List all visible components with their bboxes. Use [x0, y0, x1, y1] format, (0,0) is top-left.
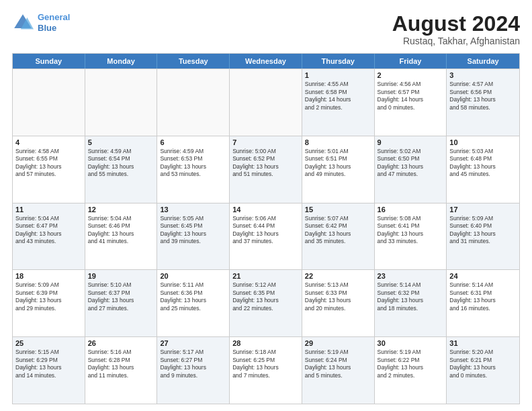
table-row: 21Sunrise: 5:12 AM Sunset: 6:35 PM Dayli…: [230, 270, 302, 336]
logo-line1: General: [38, 12, 70, 22]
table-row: 17Sunrise: 5:09 AM Sunset: 6:40 PM Dayli…: [447, 203, 519, 270]
cell-info: Sunrise: 5:09 AM Sunset: 6:40 PM Dayligh…: [449, 215, 517, 246]
logo: General Blue: [12, 12, 70, 34]
weekday-friday: Friday: [375, 54, 447, 68]
day-number: 27: [160, 339, 226, 347]
table-row: 16Sunrise: 5:08 AM Sunset: 6:41 PM Dayli…: [375, 203, 447, 270]
table-row: 20Sunrise: 5:11 AM Sunset: 6:36 PM Dayli…: [157, 270, 230, 336]
day-number: 2: [378, 71, 444, 79]
location: Rustaq, Takhar, Afghanistan: [392, 36, 520, 46]
day-number: 23: [378, 272, 444, 280]
day-number: 5: [88, 138, 154, 146]
cell-info: Sunrise: 5:06 AM Sunset: 6:44 PM Dayligh…: [232, 215, 299, 246]
table-row: 29Sunrise: 5:19 AM Sunset: 6:24 PM Dayli…: [302, 337, 375, 404]
day-number: 28: [232, 339, 299, 347]
cell-info: Sunrise: 5:14 AM Sunset: 6:31 PM Dayligh…: [449, 281, 517, 312]
table-row: 19Sunrise: 5:10 AM Sunset: 6:37 PM Dayli…: [85, 270, 158, 336]
table-row: 18Sunrise: 5:09 AM Sunset: 6:39 PM Dayli…: [13, 270, 85, 336]
cell-info: Sunrise: 4:59 AM Sunset: 6:54 PM Dayligh…: [88, 148, 154, 179]
table-row: 30Sunrise: 5:19 AM Sunset: 6:22 PM Dayli…: [375, 337, 447, 404]
table-row: [157, 69, 230, 136]
day-number: 30: [378, 339, 444, 347]
day-number: 20: [160, 272, 226, 280]
cell-info: Sunrise: 5:03 AM Sunset: 6:48 PM Dayligh…: [449, 148, 517, 179]
logo-icon: [12, 12, 34, 34]
cell-info: Sunrise: 4:58 AM Sunset: 6:55 PM Dayligh…: [15, 148, 82, 179]
day-number: 14: [232, 205, 299, 214]
cell-info: Sunrise: 5:11 AM Sunset: 6:36 PM Dayligh…: [160, 281, 226, 312]
cell-info: Sunrise: 5:01 AM Sunset: 6:51 PM Dayligh…: [305, 148, 371, 179]
day-number: 10: [449, 138, 517, 146]
cell-info: Sunrise: 5:17 AM Sunset: 6:27 PM Dayligh…: [160, 349, 226, 379]
weekday-wednesday: Wednesday: [230, 54, 302, 68]
day-number: 22: [305, 272, 371, 280]
cell-info: Sunrise: 5:20 AM Sunset: 6:21 PM Dayligh…: [449, 349, 517, 379]
table-row: 10Sunrise: 5:03 AM Sunset: 6:48 PM Dayli…: [447, 136, 519, 203]
month-year: August 2024: [392, 12, 520, 36]
day-number: 29: [305, 339, 371, 347]
page: General Blue August 2024 Rustaq, Takhar,…: [0, 0, 532, 411]
table-row: 26Sunrise: 5:16 AM Sunset: 6:28 PM Dayli…: [85, 337, 158, 404]
calendar-row: 1Sunrise: 4:55 AM Sunset: 6:58 PM Daylig…: [13, 68, 519, 136]
table-row: 8Sunrise: 5:01 AM Sunset: 6:51 PM Daylig…: [302, 136, 375, 203]
table-row: 22Sunrise: 5:13 AM Sunset: 6:33 PM Dayli…: [302, 270, 375, 336]
cell-info: Sunrise: 5:12 AM Sunset: 6:35 PM Dayligh…: [232, 281, 299, 312]
title-block: August 2024 Rustaq, Takhar, Afghanistan: [392, 12, 520, 46]
table-row: [230, 69, 302, 136]
table-row: 24Sunrise: 5:14 AM Sunset: 6:31 PM Dayli…: [447, 270, 519, 336]
cell-info: Sunrise: 5:00 AM Sunset: 6:52 PM Dayligh…: [232, 148, 299, 179]
day-number: 6: [160, 138, 226, 146]
day-number: 13: [160, 205, 226, 214]
table-row: [85, 69, 158, 136]
weekday-monday: Monday: [85, 54, 158, 68]
cell-info: Sunrise: 5:13 AM Sunset: 6:33 PM Dayligh…: [305, 281, 371, 312]
cell-info: Sunrise: 4:55 AM Sunset: 6:58 PM Dayligh…: [305, 81, 371, 111]
cell-info: Sunrise: 5:19 AM Sunset: 6:24 PM Dayligh…: [305, 349, 371, 379]
logo-line2: Blue: [38, 23, 56, 33]
table-row: 31Sunrise: 5:20 AM Sunset: 6:21 PM Dayli…: [447, 337, 519, 404]
table-row: 2Sunrise: 4:56 AM Sunset: 6:57 PM Daylig…: [375, 69, 447, 136]
cell-info: Sunrise: 5:08 AM Sunset: 6:41 PM Dayligh…: [378, 215, 444, 246]
cell-info: Sunrise: 4:59 AM Sunset: 6:53 PM Dayligh…: [160, 148, 226, 179]
cell-info: Sunrise: 5:10 AM Sunset: 6:37 PM Dayligh…: [88, 281, 154, 312]
table-row: 27Sunrise: 5:17 AM Sunset: 6:27 PM Dayli…: [157, 337, 230, 404]
day-number: 4: [15, 138, 82, 146]
weekday-tuesday: Tuesday: [157, 54, 230, 68]
day-number: 17: [449, 205, 517, 214]
day-number: 21: [232, 272, 299, 280]
table-row: [13, 69, 85, 136]
cell-info: Sunrise: 5:04 AM Sunset: 6:46 PM Dayligh…: [88, 215, 154, 246]
table-row: 25Sunrise: 5:15 AM Sunset: 6:29 PM Dayli…: [13, 337, 85, 404]
cell-info: Sunrise: 5:07 AM Sunset: 6:42 PM Dayligh…: [305, 215, 371, 246]
cell-info: Sunrise: 5:04 AM Sunset: 6:47 PM Dayligh…: [15, 215, 82, 246]
day-number: 31: [449, 339, 517, 347]
calendar-row: 25Sunrise: 5:15 AM Sunset: 6:29 PM Dayli…: [13, 336, 519, 404]
table-row: 1Sunrise: 4:55 AM Sunset: 6:58 PM Daylig…: [302, 69, 375, 136]
cell-info: Sunrise: 5:18 AM Sunset: 6:25 PM Dayligh…: [232, 349, 299, 379]
logo-text: General Blue: [38, 12, 70, 33]
calendar-row: 11Sunrise: 5:04 AM Sunset: 6:47 PM Dayli…: [13, 203, 519, 270]
table-row: 4Sunrise: 4:58 AM Sunset: 6:55 PM Daylig…: [13, 136, 85, 203]
day-number: 9: [378, 138, 444, 146]
calendar: Sunday Monday Tuesday Wednesday Thursday…: [12, 53, 520, 404]
day-number: 3: [449, 71, 517, 79]
calendar-header: Sunday Monday Tuesday Wednesday Thursday…: [13, 54, 519, 68]
day-number: 11: [15, 205, 82, 214]
cell-info: Sunrise: 5:14 AM Sunset: 6:32 PM Dayligh…: [378, 281, 444, 312]
table-row: 7Sunrise: 5:00 AM Sunset: 6:52 PM Daylig…: [230, 136, 302, 203]
table-row: 6Sunrise: 4:59 AM Sunset: 6:53 PM Daylig…: [157, 136, 230, 203]
table-row: 11Sunrise: 5:04 AM Sunset: 6:47 PM Dayli…: [13, 203, 85, 270]
table-row: 15Sunrise: 5:07 AM Sunset: 6:42 PM Dayli…: [302, 203, 375, 270]
weekday-thursday: Thursday: [302, 54, 375, 68]
cell-info: Sunrise: 5:16 AM Sunset: 6:28 PM Dayligh…: [88, 349, 154, 379]
day-number: 8: [305, 138, 371, 146]
cell-info: Sunrise: 5:02 AM Sunset: 6:50 PM Dayligh…: [378, 148, 444, 179]
table-row: 28Sunrise: 5:18 AM Sunset: 6:25 PM Dayli…: [230, 337, 302, 404]
calendar-body: 1Sunrise: 4:55 AM Sunset: 6:58 PM Daylig…: [13, 68, 519, 404]
day-number: 26: [88, 339, 154, 347]
weekday-saturday: Saturday: [447, 54, 519, 68]
table-row: 5Sunrise: 4:59 AM Sunset: 6:54 PM Daylig…: [85, 136, 158, 203]
day-number: 15: [305, 205, 371, 214]
day-number: 1: [305, 71, 371, 79]
table-row: 3Sunrise: 4:57 AM Sunset: 6:56 PM Daylig…: [447, 69, 519, 136]
